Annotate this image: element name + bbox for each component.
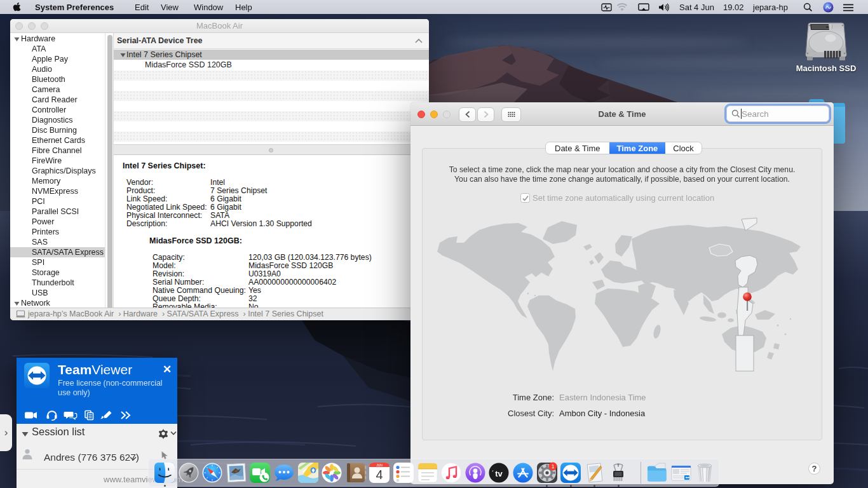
svg-text:tv: tv xyxy=(496,469,503,478)
svg-text:JUN: JUN xyxy=(377,463,383,467)
svg-text:4: 4 xyxy=(376,468,383,482)
svg-text:1: 1 xyxy=(551,463,554,470)
